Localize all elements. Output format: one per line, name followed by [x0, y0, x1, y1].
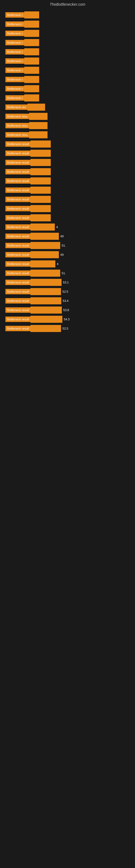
bar-value: 49 — [60, 253, 63, 256]
bar-row: Bottleneck resu — [5, 112, 130, 121]
bar-fill — [31, 223, 55, 230]
bar-label: Bottleneck result — [5, 298, 31, 304]
chart-area: Bottleneck rBottleneck rBottleneck rBott… — [0, 8, 135, 336]
bar-label: Bottleneck result — [5, 141, 31, 147]
bar-fill — [31, 288, 61, 295]
bar-row: Bottleneck r — [5, 56, 130, 66]
bar-label: Bottleneck r — [5, 77, 24, 82]
bar-fill — [31, 316, 62, 323]
bar-fill — [24, 85, 39, 92]
bar-fill — [31, 159, 51, 166]
bar-label: Bottleneck result — [5, 326, 31, 331]
bar-label: Bottleneck result — [5, 187, 31, 193]
bar-row: Bottleneck resu — [5, 130, 130, 140]
bar-label: Bottleneck r — [5, 12, 24, 18]
bar-fill — [24, 58, 39, 65]
bar-fill — [24, 30, 39, 37]
bar-label: Bottleneck result — [5, 307, 31, 313]
bar-fill — [24, 21, 39, 28]
bar-row: Bottleneck result — [5, 213, 130, 222]
bar-fill — [31, 251, 59, 258]
bar-fill — [24, 76, 39, 83]
bar-row: Bottleneck r — [5, 66, 130, 75]
bar-row: Bottleneck result4 — [5, 259, 130, 269]
bar-fill — [31, 177, 51, 184]
bar-label: Bottleneck result — [5, 224, 31, 230]
bar-fill — [31, 279, 61, 286]
bar-value: 4 — [57, 262, 58, 266]
bar-label: Bottleneck result — [5, 169, 31, 175]
bar-value: 52.5 — [62, 327, 68, 330]
bar-label: Bottleneck result — [5, 252, 31, 257]
bar-value: 54.3 — [64, 318, 70, 321]
bar-row: Bottleneck r — [5, 29, 130, 38]
bar-fill — [31, 150, 51, 157]
bar-value: 53.4 — [63, 299, 68, 303]
bar-row: Bottleneck result49 — [5, 231, 130, 241]
bar-value: 51. — [61, 244, 65, 247]
bar-fill — [29, 122, 48, 129]
bar-row: Bottleneck result — [5, 158, 130, 167]
bar-row: Bottleneck result — [5, 176, 130, 186]
bar-label: Bottleneck result — [5, 151, 31, 156]
bar-row: Bottleneck result — [5, 167, 130, 176]
bar-label: Bottleneck result — [5, 234, 31, 239]
bar-value: 49 — [60, 235, 63, 238]
bar-row: Bottleneck result53.4 — [5, 296, 130, 305]
bar-row: Bottleneck result53.8 — [5, 305, 130, 315]
bar-fill — [24, 67, 39, 74]
bar-label: Bottleneck result — [5, 215, 31, 220]
site-title: TheBottlenecker.com — [0, 0, 135, 8]
bar-label: Bottleneck resu — [5, 132, 29, 137]
bar-fill — [31, 168, 51, 175]
bar-label: Bottleneck result — [5, 206, 31, 211]
bar-label: Bottleneck r — [5, 67, 24, 73]
bar-chart: Bottleneck rBottleneck rBottleneck rBott… — [5, 10, 130, 333]
bar-row: Bottleneck res — [5, 102, 130, 112]
bar-row: Bottleneck r — [5, 75, 130, 84]
bar-row: Bottleneck result — [5, 149, 130, 158]
bar-label: Bottleneck result — [5, 160, 31, 165]
bar-fill — [31, 205, 51, 212]
bar-label: Bottleneck result — [5, 289, 31, 294]
bar-fill — [24, 48, 39, 55]
bar-row: Bottleneck r — [5, 84, 130, 93]
bar-value: 53.1 — [63, 281, 69, 284]
bar-row: Bottleneck result — [5, 204, 130, 213]
bar-fill — [24, 39, 39, 46]
bar-fill — [24, 11, 39, 19]
bar-label: Bottleneck r — [5, 58, 24, 64]
bar-label: Bottleneck r — [5, 86, 24, 91]
bar-row: Bottleneck result51. — [5, 241, 130, 250]
bar-label: Bottleneck result — [5, 178, 31, 184]
bar-fill — [24, 94, 39, 101]
bar-row: Bottleneck result49 — [5, 250, 130, 259]
bar-row: Bottleneck result — [5, 140, 130, 149]
bar-label: Bottleneck resu — [5, 114, 29, 119]
bar-label: Bottleneck r — [5, 31, 24, 36]
bar-fill — [31, 141, 51, 148]
bar-value: 51. — [61, 272, 65, 275]
bar-fill — [31, 307, 62, 314]
bar-label: Bottleneck result — [5, 316, 31, 322]
bar-value: 52.5 — [62, 290, 68, 293]
bar-fill — [31, 196, 51, 203]
bar-row: Bottleneck result4 — [5, 222, 130, 231]
bar-row: Bottleneck result — [5, 186, 130, 195]
bar-fill — [31, 233, 59, 240]
bar-row: Bottleneck r — [5, 93, 130, 102]
bar-label: Bottleneck r — [5, 22, 24, 27]
bar-fill — [31, 242, 60, 249]
bar-fill — [29, 131, 48, 138]
bar-row: Bottleneck result54.3 — [5, 315, 130, 324]
bar-row: Bottleneck resu — [5, 121, 130, 130]
bar-label: Bottleneck r — [5, 49, 24, 55]
bar-fill — [31, 214, 51, 221]
bar-value: 53.8 — [63, 308, 69, 312]
bar-label: Bottleneck r — [5, 40, 24, 45]
bar-row: Bottleneck result52.5 — [5, 287, 130, 296]
bar-row: Bottleneck r — [5, 10, 130, 20]
bar-value: 4 — [56, 225, 58, 229]
bar-label: Bottleneck resu — [5, 123, 29, 128]
bar-fill — [29, 113, 48, 120]
